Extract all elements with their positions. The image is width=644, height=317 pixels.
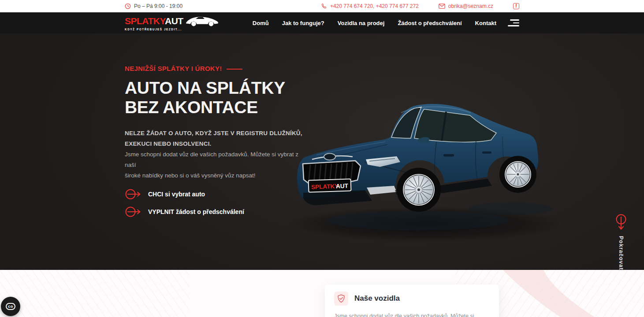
chevron-pattern-left [0, 270, 190, 317]
logo-car-icon [185, 15, 220, 27]
shield-icon-box [334, 291, 348, 306]
circle-down-arrow-icon [615, 214, 627, 232]
hero-car-image: SPLATKY AUT [286, 100, 559, 245]
circle-arrow-icon [125, 206, 142, 217]
phone-numbers[interactable]: +420 774 674 720, +420 774 677 272 [321, 3, 419, 9]
nav-item-domu[interactable]: Domů [253, 20, 269, 26]
hero-body-text: Jsme schopni dodat vůz dle vašich požada… [125, 149, 310, 181]
opening-hours-text: Po – Pá 9:00 - 19:00 [134, 3, 182, 9]
cta-fill-request[interactable]: VYPLNIT žádost o předschválení [125, 206, 310, 217]
circle-arrow-icon [125, 188, 142, 200]
hamburger-menu-icon[interactable] [508, 19, 519, 26]
email-contact[interactable]: obrika@seznam.cz [439, 3, 493, 9]
logo-text-red: SPLATKY [125, 16, 165, 26]
cta-choose-car-label[interactable]: CHCI si vybrat auto [148, 191, 205, 198]
car-plate-text-red: SPLATKY [311, 183, 339, 190]
cookie-widget-button[interactable]: co [1, 297, 20, 316]
nav-item-zadost-o-predschvaleni[interactable]: Žádost o předschválení [398, 20, 462, 26]
card-title: Naše vozidla [354, 294, 400, 303]
card-text: Jsme schopni dodat vůz dle vašich požada… [334, 312, 490, 317]
rear-wheel [499, 156, 536, 193]
facebook-icon[interactable]: f [513, 3, 519, 9]
clock-icon [125, 3, 131, 9]
logo-text-white: AUT [165, 16, 183, 26]
logo[interactable]: SPLATKYAUT KDYŽ POTŘEBUJEŠ JEZDIT... [125, 15, 220, 31]
cookie-widget-icon: co [6, 303, 15, 310]
phone-icon [321, 3, 327, 9]
kicker-underline [227, 69, 242, 70]
vehicles-section: Naše vozidla Jsme schopni dodat vůz dle … [0, 270, 644, 317]
hero-title: AUTO NA SPLÁTKY BEZ AKONTACE [125, 78, 310, 118]
nav-item-vozidla-na-prodej[interactable]: Vozidla na prodej [338, 20, 385, 26]
email-text[interactable]: obrika@seznam.cz [448, 3, 493, 9]
front-wheel [397, 168, 441, 212]
phone-numbers-text[interactable]: +420 774 674 720, +420 774 677 272 [330, 3, 419, 9]
nav-item-jak-to-funguje[interactable]: Jak to funguje? [282, 20, 324, 26]
logo-tagline: KDYŽ POTŘEBUJEŠ JEZDIT... [125, 28, 220, 31]
shield-check-icon [337, 294, 345, 303]
mail-icon [439, 4, 445, 9]
cta-fill-request-label[interactable]: VYPLNIT žádost o předschválení [148, 208, 244, 215]
topbar: Po – Pá 9:00 - 19:00 +420 774 674 720, +… [0, 0, 644, 12]
hero-section: NEJNIŽŠÍ SPLÁTKY I ÚROKY! AUTO NA SPLÁTK… [0, 33, 644, 270]
scroll-down-indicator[interactable]: Pokračovat... [615, 214, 627, 276]
main-nav: Domů Jak to funguje? Vozidla na prodej Ž… [253, 20, 496, 26]
car-plate-text-white: AUT [336, 183, 349, 190]
cta-choose-car[interactable]: CHCI si vybrat auto [125, 188, 310, 200]
nase-vozidla-card: Naše vozidla Jsme schopni dodat vůz dle … [325, 284, 499, 317]
site-header: SPLATKYAUT KDYŽ POTŘEBUJEŠ JEZDIT... Dom… [0, 12, 644, 33]
nav-item-kontakt[interactable]: Kontakt [475, 20, 496, 26]
hero-kicker: NEJNIŽŠÍ SPLÁTKY I ÚROKY! [125, 65, 222, 72]
opening-hours: Po – Pá 9:00 - 19:00 [125, 3, 182, 9]
hero-lead-text: NELZE ŽÁDAT O AUTO, KDYŽ JSTE V REGISTRU… [125, 128, 310, 149]
